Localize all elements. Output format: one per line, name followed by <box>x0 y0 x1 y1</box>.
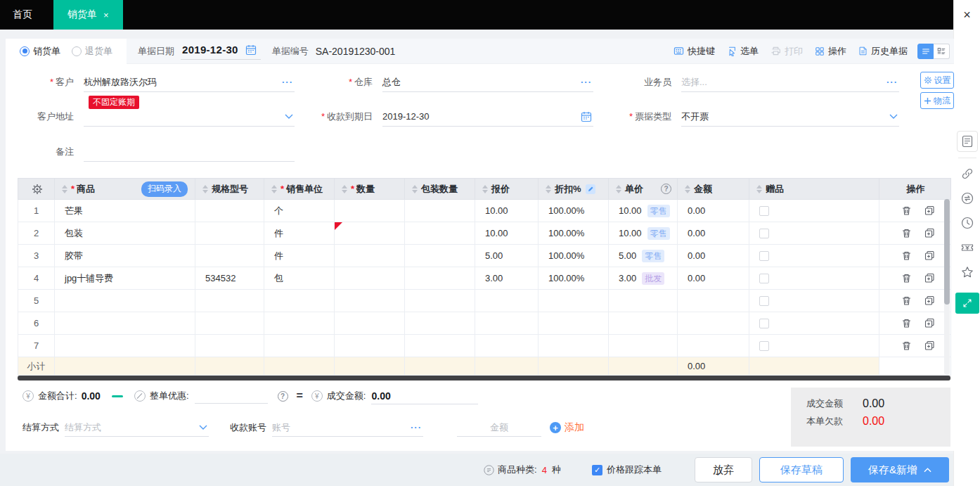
cell-price[interactable]: 5.00零售 <box>609 245 678 267</box>
delete-row-icon[interactable] <box>901 273 912 283</box>
cell-amount[interactable] <box>678 312 749 335</box>
copy-row-icon[interactable] <box>924 205 935 216</box>
cell-qty[interactable] <box>335 200 405 222</box>
col-header-price[interactable]: 单价? <box>609 179 678 200</box>
chevron-down-icon[interactable] <box>199 425 207 430</box>
settings-button[interactable]: 设置 <box>920 72 954 89</box>
col-header-unit[interactable]: *销售单位 <box>264 179 335 200</box>
customer-field[interactable]: *客户 杭州解放路沃尔玛··· <box>14 72 295 92</box>
scan-entry-badge[interactable]: 扫码录入 <box>141 181 188 197</box>
col-header-amount[interactable]: 金额 <box>678 179 749 200</box>
toggle-list-view[interactable] <box>917 44 934 59</box>
cell-amount[interactable]: 0.00 <box>678 222 749 245</box>
cell-unit[interactable]: 件 <box>264 245 335 267</box>
tab-sales-order[interactable]: 销货单 × <box>53 0 123 30</box>
save-draft-button[interactable]: 保存草稿 <box>759 457 844 482</box>
cell-qty[interactable] <box>335 245 405 267</box>
vertical-scrollbar-thumb[interactable] <box>944 199 950 305</box>
cell-spec[interactable] <box>195 222 264 245</box>
remark-field[interactable]: 备注 <box>14 142 295 162</box>
sort-icon[interactable] <box>685 185 690 193</box>
sort-icon[interactable] <box>202 185 208 193</box>
invoice-type-field[interactable]: *票据类型 不开票 <box>612 107 899 127</box>
toolbar-pick-button[interactable]: 选单 <box>727 45 759 58</box>
sort-icon[interactable] <box>616 185 621 193</box>
salesman-field[interactable]: 业务员 选择...··· <box>612 72 899 92</box>
cell-qty[interactable] <box>335 290 405 312</box>
col-header-gift[interactable]: 赠品 <box>749 179 879 200</box>
cell-product[interactable]: 包装 <box>55 222 195 245</box>
cell-price[interactable] <box>609 335 678 357</box>
cell-qty[interactable] <box>335 335 405 357</box>
cancel-button[interactable]: 放弃 <box>695 457 752 482</box>
sidebar-link-icon[interactable] <box>960 167 974 181</box>
cell-pack-qty[interactable] <box>405 222 475 245</box>
horizontal-scrollbar[interactable] <box>18 376 950 381</box>
cell-spec[interactable] <box>195 245 264 267</box>
more-icon[interactable]: ··· <box>581 77 592 87</box>
cell-product[interactable]: 芒果 <box>55 200 195 222</box>
price-track-checkbox[interactable]: ✓ 价格跟踪本单 <box>592 454 662 486</box>
col-header-product[interactable]: *商品扫码录入 <box>55 179 195 200</box>
gift-checkbox[interactable] <box>759 251 769 261</box>
delete-row-icon[interactable] <box>901 250 912 261</box>
sidebar-favorite-star-icon[interactable] <box>960 265 974 279</box>
toolbar-historydoc-button[interactable]: 历史单据 <box>858 45 908 58</box>
final-amount-input[interactable]: 0.00 <box>371 388 478 404</box>
cell-pack-qty[interactable] <box>405 200 475 222</box>
col-header-discount[interactable]: 折扣% <box>539 179 609 200</box>
payment-amount-input[interactable]: 金额 <box>457 418 541 437</box>
sort-icon[interactable] <box>412 185 418 193</box>
cell-price[interactable]: 10.00零售 <box>609 222 678 245</box>
cell-quote[interactable]: 10.00 <box>475 222 539 245</box>
cell-unit[interactable] <box>264 290 335 312</box>
cell-discount[interactable] <box>539 335 609 357</box>
price-type-tag[interactable]: 批发 <box>642 272 664 285</box>
sort-icon[interactable] <box>756 185 762 193</box>
copy-row-icon[interactable] <box>924 318 935 328</box>
copy-row-icon[interactable] <box>924 250 935 261</box>
cell-unit[interactable] <box>264 335 335 357</box>
more-icon[interactable]: ··· <box>411 422 422 433</box>
cell-unit[interactable] <box>264 312 335 335</box>
sidebar-exchange-icon[interactable] <box>960 191 974 205</box>
cell-product[interactable]: 胶带 <box>55 245 195 267</box>
calendar-icon[interactable] <box>581 111 592 122</box>
cell-price[interactable]: 10.00零售 <box>609 200 678 222</box>
gift-checkbox[interactable] <box>759 296 769 306</box>
copy-row-icon[interactable] <box>924 340 935 351</box>
tab-home[interactable]: 首页 <box>0 0 45 30</box>
toolbar-keyboard-button[interactable]: 快捷键 <box>673 45 715 58</box>
due-date-field[interactable]: *收款到期日 2019-12-30 <box>313 107 593 127</box>
cell-spec[interactable] <box>195 290 264 312</box>
sort-icon[interactable] <box>342 185 347 193</box>
cell-amount[interactable]: 0.00 <box>678 245 749 267</box>
cell-discount[interactable] <box>539 312 609 335</box>
edit-discount-icon[interactable] <box>586 184 595 194</box>
add-payment-button[interactable]: + 添加 <box>550 421 584 434</box>
toggle-detail-view[interactable] <box>934 44 950 59</box>
delete-row-icon[interactable] <box>901 295 912 306</box>
settlement-method-select[interactable]: 结算方式 <box>65 418 209 437</box>
cell-quote[interactable]: 3.00 <box>475 267 539 290</box>
cell-qty[interactable] <box>335 267 405 290</box>
sidebar-expand-icon[interactable] <box>955 293 979 314</box>
chevron-down-icon[interactable] <box>889 114 898 119</box>
col-header-spec[interactable]: 规格型号 <box>195 179 264 200</box>
sidebar-note-icon[interactable] <box>957 131 978 152</box>
cell-spec[interactable] <box>195 312 264 335</box>
gift-checkbox[interactable] <box>759 229 769 238</box>
vertical-scrollbar-track[interactable] <box>944 199 950 375</box>
gift-checkbox[interactable] <box>759 274 769 283</box>
col-header-quote[interactable]: 报价 <box>475 179 539 200</box>
cell-price[interactable]: 3.00批发 <box>609 267 678 290</box>
copy-row-icon[interactable] <box>924 295 935 306</box>
col-header-pack_qty[interactable]: 包装数量 <box>405 179 475 200</box>
receive-account-field[interactable]: 账号 ··· <box>272 418 423 437</box>
gift-checkbox[interactable] <box>759 319 769 328</box>
more-icon[interactable]: ··· <box>886 77 898 87</box>
cell-quote[interactable]: 5.00 <box>475 245 539 267</box>
cell-unit[interactable]: 包 <box>264 267 335 290</box>
sidebar-history-clock-icon[interactable] <box>960 216 974 230</box>
sort-icon[interactable] <box>482 185 488 193</box>
